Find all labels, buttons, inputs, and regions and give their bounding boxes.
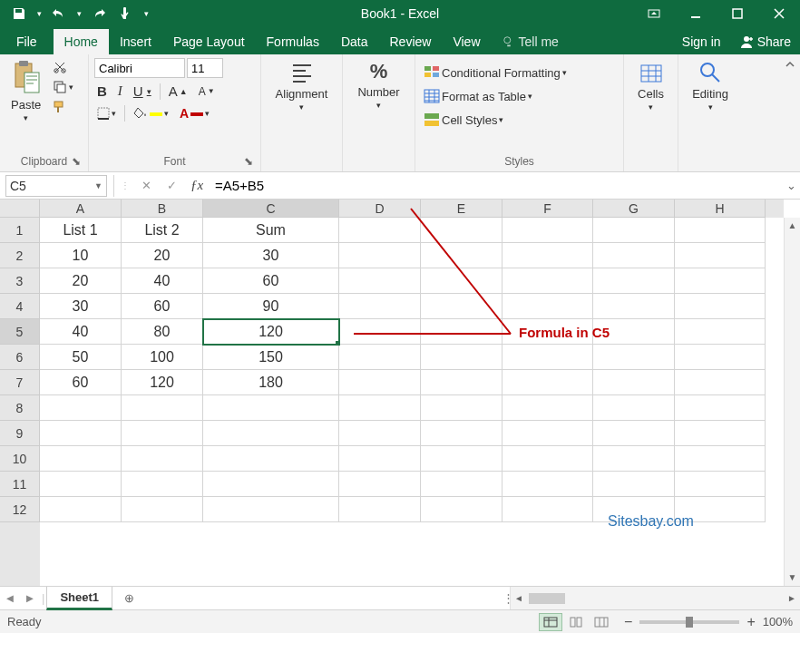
row-header[interactable]: 8 <box>0 395 40 421</box>
cell[interactable] <box>593 421 675 446</box>
sign-in-button[interactable]: Sign in <box>673 29 730 54</box>
cell[interactable] <box>122 421 203 446</box>
conditional-formatting-button[interactable]: Conditional Formatting▾ <box>421 63 570 82</box>
cell[interactable] <box>502 472 593 497</box>
font-size-combo[interactable] <box>187 58 223 78</box>
cancel-formula-button[interactable]: ✕ <box>133 175 159 197</box>
cell[interactable] <box>339 345 421 370</box>
italic-button[interactable]: I <box>115 82 125 101</box>
touch-mode-button[interactable] <box>114 2 138 25</box>
expand-formula-bar[interactable]: ⌄ <box>782 179 800 192</box>
cell[interactable] <box>122 472 203 497</box>
cell[interactable] <box>675 472 766 497</box>
cell[interactable] <box>40 446 122 472</box>
page-break-view-button[interactable] <box>590 613 613 631</box>
cell[interactable] <box>339 395 421 421</box>
font-name-combo[interactable] <box>94 58 185 78</box>
cells-button[interactable]: Cells▾ <box>632 58 669 113</box>
touch-dropdown[interactable]: ▾ <box>141 9 151 18</box>
share-button[interactable]: Share <box>730 29 800 54</box>
cell[interactable] <box>675 446 766 472</box>
cell[interactable] <box>339 446 421 472</box>
tab-data[interactable]: Data <box>330 29 379 54</box>
cell[interactable] <box>122 395 203 421</box>
cell[interactable] <box>593 218 675 243</box>
qat-customize-dropdown[interactable]: ▾ <box>34 9 44 18</box>
cell[interactable]: List 1 <box>40 218 122 243</box>
cell[interactable] <box>339 294 421 319</box>
cell[interactable] <box>502 319 593 345</box>
cell-styles-button[interactable]: Cell Styles▾ <box>421 111 506 129</box>
insert-function-button[interactable]: ƒx <box>184 175 210 197</box>
clipboard-launcher[interactable]: ⬊ <box>70 155 83 168</box>
cell[interactable] <box>203 472 339 497</box>
cell[interactable] <box>593 395 675 421</box>
cell[interactable]: List 2 <box>122 218 203 243</box>
column-header[interactable]: D <box>339 200 421 218</box>
cell[interactable] <box>502 497 593 522</box>
cell[interactable] <box>502 243 593 268</box>
cell[interactable] <box>675 345 766 370</box>
cell[interactable] <box>593 319 675 345</box>
name-box-dropdown[interactable]: ▼ <box>94 181 102 190</box>
cell[interactable] <box>40 421 122 446</box>
shrink-font-button[interactable]: A▼ <box>196 83 218 100</box>
cell[interactable] <box>593 370 675 395</box>
cell[interactable] <box>675 294 766 319</box>
cell[interactable] <box>40 497 122 522</box>
cell[interactable] <box>339 421 421 446</box>
cell[interactable]: 60 <box>122 294 203 319</box>
cell[interactable]: 150 <box>203 345 339 370</box>
cell[interactable] <box>502 294 593 319</box>
zoom-in-button[interactable]: + <box>746 614 755 630</box>
row-header[interactable]: 7 <box>0 370 40 395</box>
cell[interactable] <box>339 319 421 345</box>
scroll-thumb[interactable] <box>529 593 565 604</box>
cell[interactable] <box>502 345 593 370</box>
row-header[interactable]: 5 <box>0 319 40 345</box>
cell[interactable] <box>203 497 339 522</box>
cell[interactable]: Sum <box>203 218 339 243</box>
save-button[interactable] <box>7 2 31 25</box>
cell[interactable] <box>421 319 502 345</box>
bold-button[interactable]: B <box>94 82 110 101</box>
cell[interactable]: 60 <box>40 370 122 395</box>
grow-font-button[interactable]: A▲ <box>166 82 190 101</box>
cell[interactable] <box>421 243 502 268</box>
normal-view-button[interactable] <box>539 613 562 631</box>
cell[interactable] <box>421 294 502 319</box>
cell[interactable]: 40 <box>40 319 122 345</box>
row-header[interactable]: 1 <box>0 218 40 243</box>
cell[interactable] <box>421 421 502 446</box>
cell[interactable] <box>593 446 675 472</box>
cell[interactable]: 120 <box>203 319 339 345</box>
format-as-table-button[interactable]: Format as Table▾ <box>421 87 535 105</box>
tab-insert[interactable]: Insert <box>109 29 162 54</box>
number-format-button[interactable]: % Number▾ <box>352 58 405 112</box>
font-color-button[interactable]: A▾ <box>177 104 212 122</box>
cell[interactable] <box>122 497 203 522</box>
vertical-scrollbar[interactable]: ▲ ▼ <box>784 218 800 586</box>
ribbon-display-options[interactable] <box>633 0 675 27</box>
sheet-tab[interactable]: Sheet1 <box>46 587 112 610</box>
zoom-level[interactable]: 100% <box>763 615 793 628</box>
name-box[interactable]: C5 ▼ <box>5 175 107 197</box>
underline-button[interactable]: U▾ <box>131 82 154 101</box>
cell-area[interactable]: List 1List 2Sum1020302040603060904080120… <box>40 218 784 586</box>
row-header[interactable]: 10 <box>0 446 40 472</box>
alignment-button[interactable]: Alignment▾ <box>270 58 334 113</box>
tell-me-search[interactable]: Tell me <box>492 29 570 54</box>
formula-input[interactable] <box>210 175 782 197</box>
borders-button[interactable]: ▾ <box>94 105 119 122</box>
cell[interactable] <box>122 446 203 472</box>
row-header[interactable]: 6 <box>0 345 40 370</box>
zoom-out-button[interactable]: − <box>624 614 632 630</box>
cell[interactable] <box>502 395 593 421</box>
select-all-corner[interactable] <box>0 200 40 218</box>
cell[interactable]: 20 <box>122 243 203 268</box>
horizontal-scrollbar[interactable]: ◄ ► <box>510 587 800 609</box>
cell[interactable] <box>339 472 421 497</box>
cell[interactable] <box>203 395 339 421</box>
cell[interactable] <box>675 370 766 395</box>
cell[interactable]: 10 <box>40 243 122 268</box>
